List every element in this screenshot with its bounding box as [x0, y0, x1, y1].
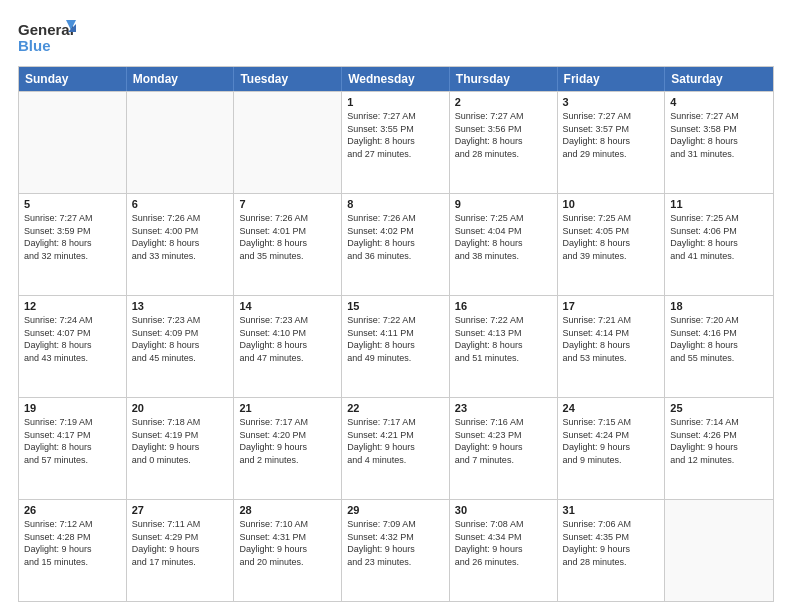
day-number: 28 — [239, 504, 336, 516]
cell-text: Sunrise: 7:20 AM Sunset: 4:16 PM Dayligh… — [670, 314, 768, 364]
day-number: 4 — [670, 96, 768, 108]
day-number: 13 — [132, 300, 229, 312]
cal-cell: 16Sunrise: 7:22 AM Sunset: 4:13 PM Dayli… — [450, 296, 558, 397]
cell-text: Sunrise: 7:27 AM Sunset: 3:56 PM Dayligh… — [455, 110, 552, 160]
cal-cell: 19Sunrise: 7:19 AM Sunset: 4:17 PM Dayli… — [19, 398, 127, 499]
cal-cell — [665, 500, 773, 601]
cal-cell — [234, 92, 342, 193]
cell-text: Sunrise: 7:23 AM Sunset: 4:09 PM Dayligh… — [132, 314, 229, 364]
cal-cell: 26Sunrise: 7:12 AM Sunset: 4:28 PM Dayli… — [19, 500, 127, 601]
cal-cell: 25Sunrise: 7:14 AM Sunset: 4:26 PM Dayli… — [665, 398, 773, 499]
cell-text: Sunrise: 7:27 AM Sunset: 3:55 PM Dayligh… — [347, 110, 444, 160]
cal-cell: 28Sunrise: 7:10 AM Sunset: 4:31 PM Dayli… — [234, 500, 342, 601]
cal-cell: 18Sunrise: 7:20 AM Sunset: 4:16 PM Dayli… — [665, 296, 773, 397]
cal-cell: 6Sunrise: 7:26 AM Sunset: 4:00 PM Daylig… — [127, 194, 235, 295]
cell-text: Sunrise: 7:26 AM Sunset: 4:01 PM Dayligh… — [239, 212, 336, 262]
day-number: 25 — [670, 402, 768, 414]
day-number: 11 — [670, 198, 768, 210]
logo-icon: GeneralBlue — [18, 18, 76, 56]
cal-header-saturday: Saturday — [665, 67, 773, 91]
day-number: 29 — [347, 504, 444, 516]
cal-cell: 31Sunrise: 7:06 AM Sunset: 4:35 PM Dayli… — [558, 500, 666, 601]
cal-cell — [127, 92, 235, 193]
cell-text: Sunrise: 7:21 AM Sunset: 4:14 PM Dayligh… — [563, 314, 660, 364]
day-number: 18 — [670, 300, 768, 312]
cal-cell: 27Sunrise: 7:11 AM Sunset: 4:29 PM Dayli… — [127, 500, 235, 601]
cal-cell: 22Sunrise: 7:17 AM Sunset: 4:21 PM Dayli… — [342, 398, 450, 499]
cal-cell: 29Sunrise: 7:09 AM Sunset: 4:32 PM Dayli… — [342, 500, 450, 601]
day-number: 8 — [347, 198, 444, 210]
cell-text: Sunrise: 7:06 AM Sunset: 4:35 PM Dayligh… — [563, 518, 660, 568]
cal-header-friday: Friday — [558, 67, 666, 91]
cell-text: Sunrise: 7:25 AM Sunset: 4:04 PM Dayligh… — [455, 212, 552, 262]
cal-cell: 23Sunrise: 7:16 AM Sunset: 4:23 PM Dayli… — [450, 398, 558, 499]
calendar-header-row: SundayMondayTuesdayWednesdayThursdayFrid… — [19, 67, 773, 91]
cal-cell: 14Sunrise: 7:23 AM Sunset: 4:10 PM Dayli… — [234, 296, 342, 397]
cal-cell: 24Sunrise: 7:15 AM Sunset: 4:24 PM Dayli… — [558, 398, 666, 499]
cal-week-2: 5Sunrise: 7:27 AM Sunset: 3:59 PM Daylig… — [19, 193, 773, 295]
logo: GeneralBlue — [18, 18, 76, 56]
day-number: 3 — [563, 96, 660, 108]
cal-cell: 8Sunrise: 7:26 AM Sunset: 4:02 PM Daylig… — [342, 194, 450, 295]
calendar: SundayMondayTuesdayWednesdayThursdayFrid… — [18, 66, 774, 602]
cal-cell: 4Sunrise: 7:27 AM Sunset: 3:58 PM Daylig… — [665, 92, 773, 193]
day-number: 26 — [24, 504, 121, 516]
day-number: 22 — [347, 402, 444, 414]
cal-cell: 2Sunrise: 7:27 AM Sunset: 3:56 PM Daylig… — [450, 92, 558, 193]
cell-text: Sunrise: 7:22 AM Sunset: 4:11 PM Dayligh… — [347, 314, 444, 364]
cell-text: Sunrise: 7:08 AM Sunset: 4:34 PM Dayligh… — [455, 518, 552, 568]
day-number: 17 — [563, 300, 660, 312]
cell-text: Sunrise: 7:25 AM Sunset: 4:06 PM Dayligh… — [670, 212, 768, 262]
cal-cell: 5Sunrise: 7:27 AM Sunset: 3:59 PM Daylig… — [19, 194, 127, 295]
cell-text: Sunrise: 7:27 AM Sunset: 3:58 PM Dayligh… — [670, 110, 768, 160]
cal-week-3: 12Sunrise: 7:24 AM Sunset: 4:07 PM Dayli… — [19, 295, 773, 397]
day-number: 9 — [455, 198, 552, 210]
day-number: 14 — [239, 300, 336, 312]
cell-text: Sunrise: 7:16 AM Sunset: 4:23 PM Dayligh… — [455, 416, 552, 466]
cell-text: Sunrise: 7:27 AM Sunset: 3:59 PM Dayligh… — [24, 212, 121, 262]
svg-text:General: General — [18, 21, 74, 38]
cal-cell: 30Sunrise: 7:08 AM Sunset: 4:34 PM Dayli… — [450, 500, 558, 601]
cal-week-1: 1Sunrise: 7:27 AM Sunset: 3:55 PM Daylig… — [19, 91, 773, 193]
cal-cell: 17Sunrise: 7:21 AM Sunset: 4:14 PM Dayli… — [558, 296, 666, 397]
cal-cell: 21Sunrise: 7:17 AM Sunset: 4:20 PM Dayli… — [234, 398, 342, 499]
day-number: 21 — [239, 402, 336, 414]
calendar-body: 1Sunrise: 7:27 AM Sunset: 3:55 PM Daylig… — [19, 91, 773, 601]
cell-text: Sunrise: 7:15 AM Sunset: 4:24 PM Dayligh… — [563, 416, 660, 466]
day-number: 5 — [24, 198, 121, 210]
svg-text:Blue: Blue — [18, 37, 51, 54]
cal-header-sunday: Sunday — [19, 67, 127, 91]
day-number: 2 — [455, 96, 552, 108]
cal-cell: 9Sunrise: 7:25 AM Sunset: 4:04 PM Daylig… — [450, 194, 558, 295]
day-number: 6 — [132, 198, 229, 210]
day-number: 31 — [563, 504, 660, 516]
day-number: 7 — [239, 198, 336, 210]
cell-text: Sunrise: 7:11 AM Sunset: 4:29 PM Dayligh… — [132, 518, 229, 568]
cell-text: Sunrise: 7:18 AM Sunset: 4:19 PM Dayligh… — [132, 416, 229, 466]
day-number: 10 — [563, 198, 660, 210]
day-number: 20 — [132, 402, 229, 414]
cal-cell: 15Sunrise: 7:22 AM Sunset: 4:11 PM Dayli… — [342, 296, 450, 397]
cal-cell — [19, 92, 127, 193]
cell-text: Sunrise: 7:25 AM Sunset: 4:05 PM Dayligh… — [563, 212, 660, 262]
cal-cell: 1Sunrise: 7:27 AM Sunset: 3:55 PM Daylig… — [342, 92, 450, 193]
page: GeneralBlue SundayMondayTuesdayWednesday… — [0, 0, 792, 612]
day-number: 15 — [347, 300, 444, 312]
cal-cell: 13Sunrise: 7:23 AM Sunset: 4:09 PM Dayli… — [127, 296, 235, 397]
cell-text: Sunrise: 7:22 AM Sunset: 4:13 PM Dayligh… — [455, 314, 552, 364]
cal-header-tuesday: Tuesday — [234, 67, 342, 91]
cal-header-monday: Monday — [127, 67, 235, 91]
cal-week-5: 26Sunrise: 7:12 AM Sunset: 4:28 PM Dayli… — [19, 499, 773, 601]
day-number: 12 — [24, 300, 121, 312]
day-number: 1 — [347, 96, 444, 108]
day-number: 16 — [455, 300, 552, 312]
cal-header-thursday: Thursday — [450, 67, 558, 91]
header: GeneralBlue — [18, 18, 774, 56]
cell-text: Sunrise: 7:10 AM Sunset: 4:31 PM Dayligh… — [239, 518, 336, 568]
cell-text: Sunrise: 7:26 AM Sunset: 4:00 PM Dayligh… — [132, 212, 229, 262]
cell-text: Sunrise: 7:09 AM Sunset: 4:32 PM Dayligh… — [347, 518, 444, 568]
day-number: 30 — [455, 504, 552, 516]
cell-text: Sunrise: 7:24 AM Sunset: 4:07 PM Dayligh… — [24, 314, 121, 364]
cell-text: Sunrise: 7:17 AM Sunset: 4:21 PM Dayligh… — [347, 416, 444, 466]
cell-text: Sunrise: 7:17 AM Sunset: 4:20 PM Dayligh… — [239, 416, 336, 466]
